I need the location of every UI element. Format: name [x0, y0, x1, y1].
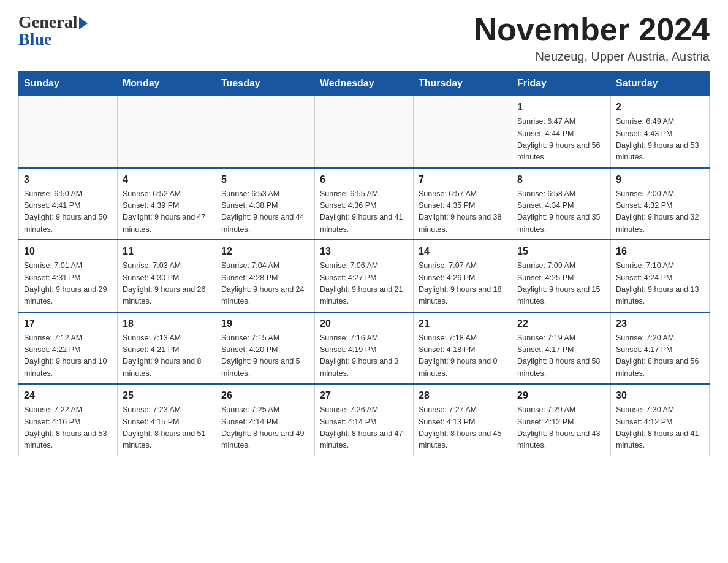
day-number: 16	[616, 244, 704, 259]
day-info: Sunrise: 7:09 AMSunset: 4:25 PMDaylight:…	[517, 260, 605, 308]
table-row: 12Sunrise: 7:04 AMSunset: 4:28 PMDayligh…	[216, 240, 315, 312]
calendar-week-row: 24Sunrise: 7:22 AMSunset: 4:16 PMDayligh…	[19, 384, 710, 456]
day-info: Sunrise: 7:22 AMSunset: 4:16 PMDaylight:…	[24, 404, 112, 452]
day-info: Sunrise: 7:15 AMSunset: 4:20 PMDaylight:…	[221, 332, 309, 380]
day-info: Sunrise: 7:10 AMSunset: 4:24 PMDaylight:…	[616, 260, 704, 308]
table-row: 14Sunrise: 7:07 AMSunset: 4:26 PMDayligh…	[414, 240, 512, 312]
table-row: 4Sunrise: 6:52 AMSunset: 4:39 PMDaylight…	[118, 168, 216, 240]
col-thursday: Thursday	[414, 72, 512, 96]
col-friday: Friday	[512, 72, 611, 96]
table-row: 23Sunrise: 7:20 AMSunset: 4:17 PMDayligh…	[611, 312, 710, 385]
day-info: Sunrise: 6:57 AMSunset: 4:35 PMDaylight:…	[419, 188, 507, 236]
col-saturday: Saturday	[611, 72, 710, 96]
day-number: 28	[419, 388, 507, 403]
day-number: 27	[320, 388, 408, 403]
day-info: Sunrise: 6:53 AMSunset: 4:38 PMDaylight:…	[221, 188, 309, 236]
day-number: 12	[221, 244, 309, 259]
table-row	[19, 96, 118, 168]
title-area: November 2024 Neuzeug, Upper Austria, Au…	[474, 12, 710, 64]
table-row: 19Sunrise: 7:15 AMSunset: 4:20 PMDayligh…	[216, 312, 315, 385]
day-info: Sunrise: 7:06 AMSunset: 4:27 PMDaylight:…	[320, 260, 408, 308]
day-info: Sunrise: 6:52 AMSunset: 4:39 PMDaylight:…	[123, 188, 211, 236]
location-text: Neuzeug, Upper Austria, Austria	[474, 50, 710, 64]
table-row: 30Sunrise: 7:30 AMSunset: 4:12 PMDayligh…	[611, 384, 710, 456]
calendar-week-row: 17Sunrise: 7:12 AMSunset: 4:22 PMDayligh…	[19, 312, 710, 385]
day-info: Sunrise: 7:23 AMSunset: 4:15 PMDaylight:…	[123, 404, 211, 452]
day-number: 20	[320, 316, 408, 331]
table-row: 10Sunrise: 7:01 AMSunset: 4:31 PMDayligh…	[19, 240, 118, 312]
day-number: 13	[320, 244, 408, 259]
day-number: 21	[419, 316, 507, 331]
table-row	[118, 96, 216, 168]
table-row: 25Sunrise: 7:23 AMSunset: 4:15 PMDayligh…	[118, 384, 216, 456]
day-info: Sunrise: 6:49 AMSunset: 4:43 PMDaylight:…	[616, 116, 704, 164]
day-number: 24	[24, 388, 112, 403]
day-info: Sunrise: 7:30 AMSunset: 4:12 PMDaylight:…	[616, 404, 704, 452]
day-number: 6	[320, 172, 408, 187]
day-number: 17	[24, 316, 112, 331]
calendar-week-row: 1Sunrise: 6:47 AMSunset: 4:44 PMDaylight…	[19, 96, 710, 168]
day-number: 15	[517, 244, 605, 259]
day-number: 7	[419, 172, 507, 187]
day-info: Sunrise: 6:47 AMSunset: 4:44 PMDaylight:…	[517, 116, 605, 164]
day-number: 3	[24, 172, 112, 187]
day-info: Sunrise: 7:29 AMSunset: 4:12 PMDaylight:…	[517, 404, 605, 452]
day-info: Sunrise: 6:58 AMSunset: 4:34 PMDaylight:…	[517, 188, 605, 236]
day-info: Sunrise: 6:55 AMSunset: 4:36 PMDaylight:…	[320, 188, 408, 236]
day-number: 19	[221, 316, 309, 331]
day-info: Sunrise: 7:12 AMSunset: 4:22 PMDaylight:…	[24, 332, 112, 380]
table-row: 17Sunrise: 7:12 AMSunset: 4:22 PMDayligh…	[19, 312, 118, 385]
table-row: 29Sunrise: 7:29 AMSunset: 4:12 PMDayligh…	[512, 384, 611, 456]
col-monday: Monday	[118, 72, 216, 96]
logo-arrow-icon	[79, 17, 88, 29]
day-number: 1	[517, 100, 605, 115]
day-number: 4	[123, 172, 211, 187]
table-row: 18Sunrise: 7:13 AMSunset: 4:21 PMDayligh…	[118, 312, 216, 385]
logo-blue-text: Blue	[18, 29, 51, 49]
day-number: 25	[123, 388, 211, 403]
table-row: 15Sunrise: 7:09 AMSunset: 4:25 PMDayligh…	[512, 240, 611, 312]
day-info: Sunrise: 7:13 AMSunset: 4:21 PMDaylight:…	[123, 332, 211, 380]
calendar-week-row: 10Sunrise: 7:01 AMSunset: 4:31 PMDayligh…	[19, 240, 710, 312]
day-info: Sunrise: 7:26 AMSunset: 4:14 PMDaylight:…	[320, 404, 408, 452]
day-info: Sunrise: 7:07 AMSunset: 4:26 PMDaylight:…	[419, 260, 507, 308]
table-row	[216, 96, 315, 168]
col-wednesday: Wednesday	[315, 72, 414, 96]
calendar-header-row: Sunday Monday Tuesday Wednesday Thursday…	[19, 72, 710, 96]
table-row	[315, 96, 414, 168]
table-row: 13Sunrise: 7:06 AMSunset: 4:27 PMDayligh…	[315, 240, 414, 312]
day-info: Sunrise: 7:00 AMSunset: 4:32 PMDaylight:…	[616, 188, 704, 236]
day-info: Sunrise: 7:19 AMSunset: 4:17 PMDaylight:…	[517, 332, 605, 380]
day-number: 22	[517, 316, 605, 331]
day-info: Sunrise: 7:01 AMSunset: 4:31 PMDaylight:…	[24, 260, 112, 308]
table-row: 20Sunrise: 7:16 AMSunset: 4:19 PMDayligh…	[315, 312, 414, 385]
day-number: 11	[123, 244, 211, 259]
table-row: 7Sunrise: 6:57 AMSunset: 4:35 PMDaylight…	[414, 168, 512, 240]
day-number: 14	[419, 244, 507, 259]
page-header: General Blue November 2024 Neuzeug, Uppe…	[18, 12, 710, 64]
calendar-table: Sunday Monday Tuesday Wednesday Thursday…	[18, 71, 710, 456]
table-row: 9Sunrise: 7:00 AMSunset: 4:32 PMDaylight…	[611, 168, 710, 240]
day-number: 23	[616, 316, 704, 331]
day-number: 5	[221, 172, 309, 187]
table-row: 22Sunrise: 7:19 AMSunset: 4:17 PMDayligh…	[512, 312, 611, 385]
day-info: Sunrise: 7:16 AMSunset: 4:19 PMDaylight:…	[320, 332, 408, 380]
table-row: 24Sunrise: 7:22 AMSunset: 4:16 PMDayligh…	[19, 384, 118, 456]
day-number: 29	[517, 388, 605, 403]
day-info: Sunrise: 7:04 AMSunset: 4:28 PMDaylight:…	[221, 260, 309, 308]
table-row: 28Sunrise: 7:27 AMSunset: 4:13 PMDayligh…	[414, 384, 512, 456]
table-row: 27Sunrise: 7:26 AMSunset: 4:14 PMDayligh…	[315, 384, 414, 456]
day-number: 30	[616, 388, 704, 403]
day-info: Sunrise: 7:03 AMSunset: 4:30 PMDaylight:…	[123, 260, 211, 308]
table-row: 16Sunrise: 7:10 AMSunset: 4:24 PMDayligh…	[611, 240, 710, 312]
day-number: 9	[616, 172, 704, 187]
day-info: Sunrise: 6:50 AMSunset: 4:41 PMDaylight:…	[24, 188, 112, 236]
table-row: 26Sunrise: 7:25 AMSunset: 4:14 PMDayligh…	[216, 384, 315, 456]
month-title: November 2024	[474, 12, 710, 47]
day-info: Sunrise: 7:18 AMSunset: 4:18 PMDaylight:…	[419, 332, 507, 380]
day-number: 2	[616, 100, 704, 115]
table-row: 2Sunrise: 6:49 AMSunset: 4:43 PMDaylight…	[611, 96, 710, 168]
table-row: 21Sunrise: 7:18 AMSunset: 4:18 PMDayligh…	[414, 312, 512, 385]
col-tuesday: Tuesday	[216, 72, 315, 96]
table-row: 1Sunrise: 6:47 AMSunset: 4:44 PMDaylight…	[512, 96, 611, 168]
